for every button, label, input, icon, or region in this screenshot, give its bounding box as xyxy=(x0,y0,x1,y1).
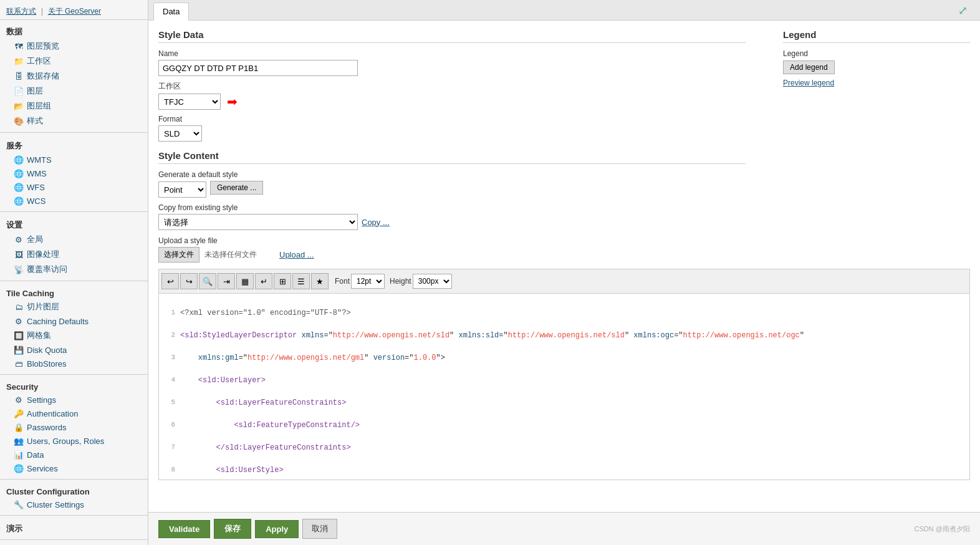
copy-row: 请选择 Copy ... xyxy=(158,214,746,230)
height-label: Height xyxy=(390,277,411,286)
generate-button[interactable]: Generate ... xyxy=(210,181,263,195)
find-button[interactable]: 🔍 xyxy=(199,273,216,289)
sidebar-item-layer-preview[interactable]: 🗺 图层预览 xyxy=(0,39,148,54)
generate-type-select[interactable]: Point Line Polygon Raster Generic xyxy=(158,181,206,198)
sec-data-icon: 📊 xyxy=(14,450,24,460)
blob-stores-icon: 🗃 xyxy=(14,359,24,369)
sidebar-item-passwords[interactable]: 🔒 Passwords xyxy=(0,420,148,434)
sidebar-item-coverage-access[interactable]: 📡 覆盖率访问 xyxy=(0,262,148,277)
sidebar-item-authentication[interactable]: 🔑 Authentication xyxy=(0,407,148,420)
content-area: Style Data Name 工作区 TFJC cite sf topp nu… xyxy=(148,21,980,512)
sidebar-item-data[interactable]: 📊 Data xyxy=(0,448,148,461)
copy-link[interactable]: Copy ... xyxy=(362,218,390,227)
sidebar-item-image-processing[interactable]: 🖼 图像处理 xyxy=(0,247,148,262)
nav-button[interactable]: ⊞ xyxy=(274,273,291,289)
sidebar-item-wms[interactable]: 🌐 WMS xyxy=(0,166,148,180)
datastore-icon: 🗄 xyxy=(14,71,24,81)
sidebar-item-layers[interactable]: 📄 图层 xyxy=(0,84,148,99)
apply-button[interactable]: Apply xyxy=(255,520,299,538)
bottom-bar: Validate 保存 Apply 取消 CSDN @雨煮夕阳 xyxy=(148,512,980,545)
sidebar-section-data: 数据 xyxy=(0,22,148,39)
validate-button[interactable]: Validate xyxy=(158,520,210,538)
name-label: Name xyxy=(158,49,746,58)
users-groups-icon: 👥 xyxy=(14,436,24,446)
tile-layers-icon: 🗂 xyxy=(14,302,24,312)
indent-button[interactable]: ⇥ xyxy=(218,273,235,289)
font-label: Font xyxy=(335,277,350,286)
sidebar: 联系方式 | 关于 GeoServer 数据 🗺 图层预览 📁 工作区 🗄 数据… xyxy=(0,0,148,545)
undo-button[interactable]: ↩ xyxy=(161,273,179,289)
tab-data[interactable]: Data xyxy=(153,2,189,21)
arrow-workspace: ➡ xyxy=(227,94,238,109)
sidebar-item-grid-sets[interactable]: 🔲 网格集 xyxy=(0,328,148,343)
workspace-select[interactable]: TFJC cite sf topp nurc xyxy=(158,94,221,110)
global-icon: ⚙ xyxy=(14,234,24,244)
disk-quota-icon: 💾 xyxy=(14,345,24,355)
upload-link[interactable]: Upload ... xyxy=(279,250,314,259)
code-editor[interactable]: 1<?xml version="1.0" encoding="UTF-8"?> … xyxy=(158,293,970,480)
left-column: Style Data Name 工作区 TFJC cite sf topp nu… xyxy=(158,29,746,263)
layer-preview-icon: 🗺 xyxy=(14,41,24,51)
coverage-icon: 📡 xyxy=(14,264,24,274)
mode-button[interactable]: ☰ xyxy=(292,273,310,289)
sidebar-item-layergroup[interactable]: 📂 图层组 xyxy=(0,99,148,113)
cluster-settings-icon: 🔧 xyxy=(14,499,24,509)
redo-button[interactable]: ↪ xyxy=(180,273,198,289)
sidebar-item-wmts[interactable]: 🌐 WMTS xyxy=(0,153,148,166)
watermark: CSDN @雨煮夕阳 xyxy=(915,524,970,534)
save-button[interactable]: 保存 xyxy=(214,519,251,539)
bookmark-button[interactable]: ★ xyxy=(311,273,329,289)
sidebar-section-tile-caching: Tile Caching xyxy=(0,285,148,299)
name-input[interactable] xyxy=(158,60,358,76)
workspace-select-wrapper: TFJC cite sf topp nurc ➡ xyxy=(158,94,746,110)
copy-label: Copy from existing style xyxy=(158,203,746,212)
add-legend-button[interactable]: Add legend xyxy=(783,60,835,74)
workspace-icon: 📁 xyxy=(14,56,24,66)
sidebar-link-contact[interactable]: 联系方式 xyxy=(6,7,36,16)
upload-row: 选择文件 未选择任何文件 Upload ... xyxy=(158,247,746,263)
authentication-icon: 🔑 xyxy=(14,408,24,418)
sidebar-item-styles[interactable]: 🎨 样式 xyxy=(0,113,148,128)
format-select[interactable]: SLD YSLD CSS MBSTYLE xyxy=(158,125,202,142)
wms-icon: 🌐 xyxy=(14,168,24,178)
style-data-title: Style Data xyxy=(158,29,746,43)
cancel-button[interactable]: 取消 xyxy=(302,519,337,539)
generate-label: Generate a default style xyxy=(158,170,746,179)
preview-legend-link[interactable]: Preview legend xyxy=(783,79,834,87)
format-button[interactable]: ▦ xyxy=(236,273,254,289)
sidebar-item-sec-services[interactable]: 🌐 Services xyxy=(0,461,148,475)
upload-label: Upload a style file xyxy=(158,236,746,245)
sec-settings-icon: ⚙ xyxy=(14,395,24,405)
grid-sets-icon: 🔲 xyxy=(14,330,24,340)
sidebar-item-sec-settings[interactable]: ⚙ Settings xyxy=(0,393,148,407)
main-panel: Data ⤢ Style Data Name 工作区 TFJC cite sf … xyxy=(148,0,980,545)
sidebar-item-workspace[interactable]: 📁 工作区 xyxy=(0,54,148,69)
sidebar-item-wcs[interactable]: 🌐 WCS xyxy=(0,194,148,208)
sidebar-item-tile-layers[interactable]: 🗂 切片图层 xyxy=(0,299,148,314)
sidebar-item-datastore[interactable]: 🗄 数据存储 xyxy=(0,69,148,84)
wfs-icon: 🌐 xyxy=(14,182,24,192)
sec-services-icon: 🌐 xyxy=(14,463,24,473)
sidebar-section-security: Security xyxy=(0,379,148,393)
sidebar-item-cluster-settings[interactable]: 🔧 Cluster Settings xyxy=(0,498,148,511)
editor-toolbar: ↩ ↪ 🔍 ⇥ ▦ ↵ ⊞ ☰ ★ Font 8pt 10pt 12pt 14p… xyxy=(158,269,970,293)
wrap-button[interactable]: ↵ xyxy=(255,273,272,289)
sidebar-item-caching-defaults[interactable]: ⚙ Caching Defaults xyxy=(0,314,148,328)
image-processing-icon: 🖼 xyxy=(14,249,24,259)
legend-title: Legend xyxy=(783,29,970,43)
sidebar-item-disk-quota[interactable]: 💾 Disk Quota xyxy=(0,343,148,357)
height-select[interactable]: 200px 300px 400px 500px xyxy=(413,274,452,289)
sidebar-item-users-groups-roles[interactable]: 👥 Users, Groups, Roles xyxy=(0,434,148,448)
copy-style-select[interactable]: 请选择 xyxy=(158,214,358,230)
generate-row: Point Line Polygon Raster Generic Genera… xyxy=(158,181,746,198)
sidebar-link-about[interactable]: 关于 GeoServer xyxy=(48,7,101,16)
font-select[interactable]: 8pt 10pt 12pt 14pt 16pt xyxy=(351,274,385,289)
sidebar-item-blob-stores[interactable]: 🗃 BlobStores xyxy=(0,357,148,370)
sidebar-item-wfs[interactable]: 🌐 WFS xyxy=(0,180,148,194)
choose-file-button[interactable]: 选择文件 xyxy=(158,247,199,263)
expand-icon[interactable]: ⤢ xyxy=(958,4,968,24)
caching-defaults-icon: ⚙ xyxy=(14,316,24,326)
sidebar-item-global[interactable]: ⚙ 全局 xyxy=(0,232,148,247)
layergroup-icon: 📂 xyxy=(14,101,24,111)
format-label: Format xyxy=(158,115,746,123)
